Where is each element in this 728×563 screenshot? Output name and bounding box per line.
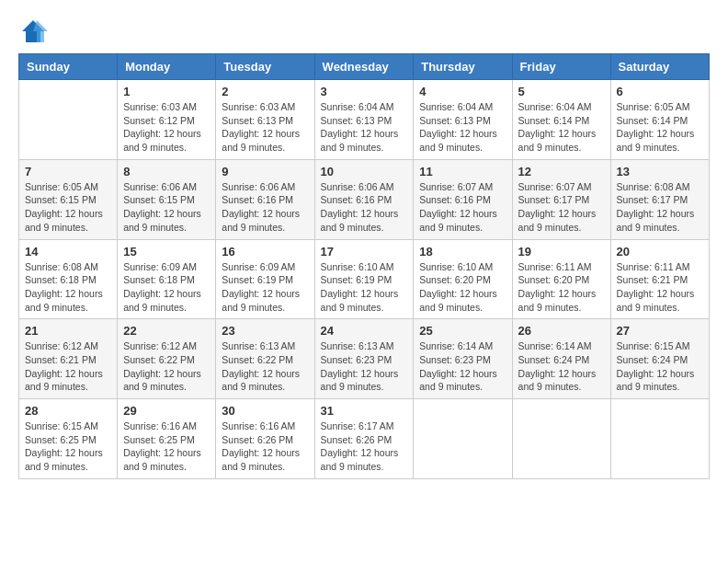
calendar-cell: 27Sunrise: 6:15 AMSunset: 6:24 PMDayligh…	[610, 319, 709, 399]
cell-sun-info: Sunrise: 6:04 AMSunset: 6:14 PMDaylight:…	[518, 100, 605, 155]
col-header-saturday: Saturday	[610, 54, 709, 80]
day-number: 2	[222, 85, 308, 98]
calendar-cell: 29Sunrise: 6:16 AMSunset: 6:25 PMDayligh…	[118, 399, 216, 479]
calendar-week-3: 14Sunrise: 6:08 AMSunset: 6:18 PMDayligh…	[19, 239, 710, 319]
day-number: 13	[617, 165, 703, 178]
day-number: 6	[617, 85, 703, 98]
calendar-cell	[512, 399, 610, 479]
calendar-table: SundayMondayTuesdayWednesdayThursdayFrid…	[18, 53, 710, 479]
cell-sun-info: Sunrise: 6:16 AMSunset: 6:26 PMDaylight:…	[222, 419, 308, 474]
cell-sun-info: Sunrise: 6:03 AMSunset: 6:13 PMDaylight:…	[222, 100, 308, 155]
calendar-cell: 31Sunrise: 6:17 AMSunset: 6:26 PMDayligh…	[314, 399, 414, 479]
calendar-cell: 7Sunrise: 6:05 AMSunset: 6:15 PMDaylight…	[19, 159, 118, 239]
day-number: 4	[419, 85, 506, 98]
calendar-cell: 23Sunrise: 6:13 AMSunset: 6:22 PMDayligh…	[216, 319, 314, 399]
calendar-cell: 28Sunrise: 6:15 AMSunset: 6:25 PMDayligh…	[19, 399, 118, 479]
day-number: 17	[321, 245, 408, 259]
day-number: 9	[222, 165, 308, 178]
cell-sun-info: Sunrise: 6:11 AMSunset: 6:20 PMDaylight:…	[518, 260, 605, 315]
cell-sun-info: Sunrise: 6:16 AMSunset: 6:25 PMDaylight:…	[123, 419, 210, 474]
day-number: 20	[617, 245, 703, 259]
day-number: 31	[321, 404, 408, 418]
cell-sun-info: Sunrise: 6:11 AMSunset: 6:21 PMDaylight:…	[617, 260, 703, 315]
cell-sun-info: Sunrise: 6:03 AMSunset: 6:12 PMDaylight:…	[123, 100, 210, 155]
calendar-cell: 14Sunrise: 6:08 AMSunset: 6:18 PMDayligh…	[19, 239, 118, 319]
cell-sun-info: Sunrise: 6:10 AMSunset: 6:19 PMDaylight:…	[321, 260, 408, 315]
calendar-cell: 5Sunrise: 6:04 AMSunset: 6:14 PMDaylight…	[512, 80, 610, 160]
calendar-cell: 24Sunrise: 6:13 AMSunset: 6:23 PMDayligh…	[314, 319, 414, 399]
calendar-cell	[610, 399, 709, 479]
cell-sun-info: Sunrise: 6:07 AMSunset: 6:16 PMDaylight:…	[419, 180, 506, 235]
cell-sun-info: Sunrise: 6:17 AMSunset: 6:26 PMDaylight:…	[321, 419, 408, 474]
cell-sun-info: Sunrise: 6:13 AMSunset: 6:23 PMDaylight:…	[321, 339, 408, 394]
col-header-sunday: Sunday	[19, 54, 118, 80]
day-number: 18	[419, 245, 506, 259]
calendar-cell: 25Sunrise: 6:14 AMSunset: 6:23 PMDayligh…	[414, 319, 512, 399]
calendar-week-1: 1Sunrise: 6:03 AMSunset: 6:12 PMDaylight…	[19, 80, 710, 160]
day-number: 8	[123, 165, 210, 178]
cell-sun-info: Sunrise: 6:05 AMSunset: 6:14 PMDaylight:…	[617, 100, 703, 155]
cell-sun-info: Sunrise: 6:06 AMSunset: 6:16 PMDaylight:…	[222, 180, 308, 235]
day-number: 28	[25, 404, 111, 418]
day-number: 25	[419, 324, 506, 338]
page-header	[18, 18, 710, 44]
calendar-cell: 16Sunrise: 6:09 AMSunset: 6:19 PMDayligh…	[216, 239, 314, 319]
calendar-cell: 10Sunrise: 6:06 AMSunset: 6:16 PMDayligh…	[314, 159, 414, 239]
calendar-cell	[19, 80, 118, 160]
day-number: 22	[123, 324, 210, 338]
calendar-week-2: 7Sunrise: 6:05 AMSunset: 6:15 PMDaylight…	[19, 159, 710, 239]
cell-sun-info: Sunrise: 6:13 AMSunset: 6:22 PMDaylight:…	[222, 339, 308, 394]
calendar-cell: 15Sunrise: 6:09 AMSunset: 6:18 PMDayligh…	[118, 239, 216, 319]
calendar-cell: 19Sunrise: 6:11 AMSunset: 6:20 PMDayligh…	[512, 239, 610, 319]
cell-sun-info: Sunrise: 6:12 AMSunset: 6:21 PMDaylight:…	[25, 339, 111, 394]
day-number: 1	[123, 85, 210, 98]
cell-sun-info: Sunrise: 6:15 AMSunset: 6:24 PMDaylight:…	[617, 339, 703, 394]
cell-sun-info: Sunrise: 6:15 AMSunset: 6:25 PMDaylight:…	[25, 419, 111, 474]
calendar-header-row: SundayMondayTuesdayWednesdayThursdayFrid…	[19, 54, 710, 80]
day-number: 29	[123, 404, 210, 418]
col-header-monday: Monday	[118, 54, 216, 80]
calendar-cell: 30Sunrise: 6:16 AMSunset: 6:26 PMDayligh…	[216, 399, 314, 479]
cell-sun-info: Sunrise: 6:09 AMSunset: 6:18 PMDaylight:…	[123, 260, 210, 315]
day-number: 5	[518, 85, 605, 98]
day-number: 26	[518, 324, 605, 338]
day-number: 12	[518, 165, 605, 178]
calendar-cell: 21Sunrise: 6:12 AMSunset: 6:21 PMDayligh…	[19, 319, 118, 399]
calendar-cell: 3Sunrise: 6:04 AMSunset: 6:13 PMDaylight…	[314, 80, 414, 160]
logo-icon	[18, 18, 48, 44]
cell-sun-info: Sunrise: 6:06 AMSunset: 6:16 PMDaylight:…	[321, 180, 408, 235]
calendar-cell: 8Sunrise: 6:06 AMSunset: 6:15 PMDaylight…	[118, 159, 216, 239]
col-header-friday: Friday	[512, 54, 610, 80]
calendar-cell: 26Sunrise: 6:14 AMSunset: 6:24 PMDayligh…	[512, 319, 610, 399]
calendar-cell: 1Sunrise: 6:03 AMSunset: 6:12 PMDaylight…	[118, 80, 216, 160]
col-header-thursday: Thursday	[414, 54, 512, 80]
day-number: 3	[321, 85, 408, 98]
day-number: 7	[25, 165, 111, 178]
col-header-wednesday: Wednesday	[314, 54, 414, 80]
day-number: 19	[518, 245, 605, 259]
calendar-cell: 13Sunrise: 6:08 AMSunset: 6:17 PMDayligh…	[610, 159, 709, 239]
cell-sun-info: Sunrise: 6:10 AMSunset: 6:20 PMDaylight:…	[419, 260, 506, 315]
calendar-cell: 9Sunrise: 6:06 AMSunset: 6:16 PMDaylight…	[216, 159, 314, 239]
calendar-cell	[414, 399, 512, 479]
day-number: 24	[321, 324, 408, 338]
cell-sun-info: Sunrise: 6:14 AMSunset: 6:24 PMDaylight:…	[518, 339, 605, 394]
calendar-cell: 18Sunrise: 6:10 AMSunset: 6:20 PMDayligh…	[414, 239, 512, 319]
calendar-cell: 20Sunrise: 6:11 AMSunset: 6:21 PMDayligh…	[610, 239, 709, 319]
day-number: 15	[123, 245, 210, 259]
logo	[18, 18, 50, 44]
day-number: 23	[222, 324, 308, 338]
calendar-cell: 4Sunrise: 6:04 AMSunset: 6:13 PMDaylight…	[414, 80, 512, 160]
cell-sun-info: Sunrise: 6:06 AMSunset: 6:15 PMDaylight:…	[123, 180, 210, 235]
calendar-cell: 6Sunrise: 6:05 AMSunset: 6:14 PMDaylight…	[610, 80, 709, 160]
cell-sun-info: Sunrise: 6:07 AMSunset: 6:17 PMDaylight:…	[518, 180, 605, 235]
calendar-cell: 12Sunrise: 6:07 AMSunset: 6:17 PMDayligh…	[512, 159, 610, 239]
day-number: 16	[222, 245, 308, 259]
cell-sun-info: Sunrise: 6:12 AMSunset: 6:22 PMDaylight:…	[123, 339, 210, 394]
day-number: 21	[25, 324, 111, 338]
calendar-week-4: 21Sunrise: 6:12 AMSunset: 6:21 PMDayligh…	[19, 319, 710, 399]
col-header-tuesday: Tuesday	[216, 54, 314, 80]
calendar-cell: 2Sunrise: 6:03 AMSunset: 6:13 PMDaylight…	[216, 80, 314, 160]
day-number: 27	[617, 324, 703, 338]
cell-sun-info: Sunrise: 6:05 AMSunset: 6:15 PMDaylight:…	[25, 180, 111, 235]
